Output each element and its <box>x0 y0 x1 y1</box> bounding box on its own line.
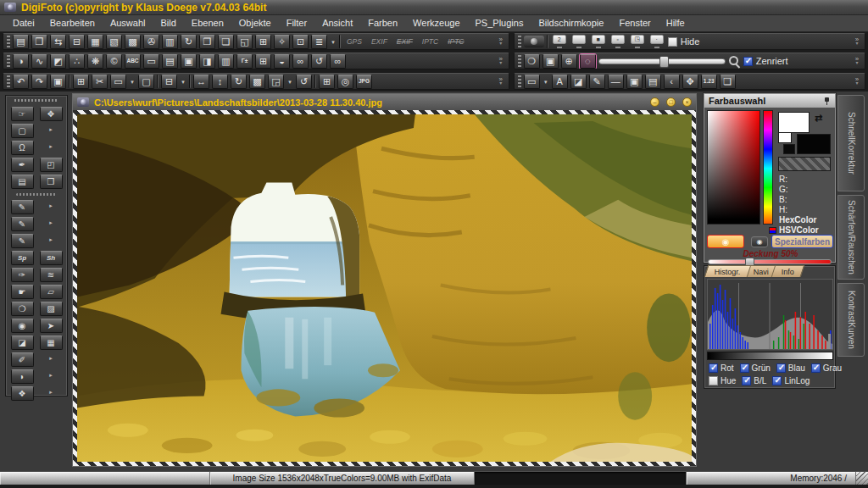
frame-select-icon[interactable]: ▣ <box>542 54 559 69</box>
centered-checkbox-item[interactable]: Zenriert <box>743 56 788 66</box>
toolbar-grip[interactable] <box>7 75 10 87</box>
color-panel-header[interactable]: Farbauswahl <box>704 94 835 108</box>
mode-checkbox[interactable]: LinLog <box>772 376 810 385</box>
toolbar-grip[interactable] <box>518 55 521 67</box>
mode-checkbox[interactable]: B/L <box>742 376 766 385</box>
stereo-view-icon[interactable]: ∞ <box>330 54 346 69</box>
overflow-chevron-icon[interactable] <box>853 37 861 46</box>
hand-tool-icon[interactable]: ☞ <box>11 107 34 121</box>
text-style-icon[interactable]: A <box>552 75 568 89</box>
sponge-brush-icon[interactable]: Sp <box>11 251 34 265</box>
swap-colors-icon[interactable]: ⇄ <box>815 113 822 124</box>
paint-tool-icon[interactable]: ✎ <box>11 234 34 248</box>
pattern-fill-icon[interactable]: ▦ <box>40 336 63 350</box>
contact-sheet-icon[interactable]: ▩ <box>125 35 141 49</box>
dual-screen-view-icon[interactable]: 2 <box>551 35 568 49</box>
rotate-image-icon[interactable]: ↻ <box>181 35 197 49</box>
opacity-slider[interactable] <box>708 259 832 264</box>
copy-disk-icon[interactable]: ⊞ <box>255 35 271 49</box>
paste-arrow-icon[interactable]: ▾ <box>180 75 186 89</box>
overflow-chevron-icon[interactable] <box>853 57 861 65</box>
film-object-icon[interactable]: ▤ <box>645 75 661 89</box>
cassette-icon[interactable]: ▭ <box>143 54 159 69</box>
eye-toggle-button[interactable]: ◉ <box>751 236 768 247</box>
angle-icon[interactable]: ‹ <box>664 75 680 89</box>
figures-options-arrow[interactable]: ▸ <box>46 386 56 396</box>
brush-options-arrow[interactable]: ▸ <box>46 200 56 210</box>
toolbar-grip[interactable] <box>7 36 10 47</box>
zoom-area-icon[interactable]: ◌ <box>580 54 596 69</box>
menu-item[interactable]: Farben <box>360 15 405 31</box>
sharpen-brush-icon[interactable]: Sh <box>40 251 63 265</box>
marquee-options-arrow[interactable]: ▸ <box>46 124 56 134</box>
screen-capture-icon[interactable]: ◱ <box>236 35 253 49</box>
photo-canvas[interactable] <box>77 114 692 462</box>
page-screen-view-icon[interactable]: ◳ <box>629 35 646 49</box>
copyright-stamp-icon[interactable]: © <box>106 54 122 69</box>
background-color-swatch[interactable] <box>797 134 831 154</box>
resize-grip[interactable] <box>856 472 868 485</box>
zoom-in-icon[interactable]: ⊕ <box>561 54 577 69</box>
invert-image-icon[interactable]: ▩ <box>249 75 265 89</box>
clone-stamp-icon[interactable]: ❍ <box>11 302 34 316</box>
line-icon[interactable]: ― <box>608 75 624 89</box>
menu-item[interactable]: Werkzeuge <box>405 15 467 31</box>
zoom-slider[interactable] <box>598 58 726 64</box>
emboss-tool-icon[interactable]: ◉ <box>11 319 34 333</box>
shadow-tool-icon[interactable]: ◗ <box>11 369 34 384</box>
menu-item[interactable]: PS_Plugins <box>468 15 531 31</box>
lasso-options-arrow[interactable]: ▸ <box>46 141 56 151</box>
curves-icon[interactable]: ∿ <box>31 54 47 69</box>
redo-icon[interactable]: ↷ <box>31 75 47 89</box>
export-folder-icon[interactable]: ❏ <box>720 75 736 89</box>
hide-checkbox-item[interactable]: Hide <box>668 36 700 47</box>
circle-dim-icon[interactable]: ◎ <box>337 75 353 89</box>
smudge-tool-icon[interactable]: ☛ <box>11 285 34 299</box>
overflow-chevron-icon[interactable] <box>497 57 505 65</box>
shape-arrow-icon[interactable]: ▾ <box>542 75 549 89</box>
rounded-rect-icon[interactable]: ▢ <box>138 75 154 89</box>
sharpen-filter-icon[interactable]: ❋ <box>87 54 103 69</box>
metadata-button[interactable]: IPTC <box>444 37 467 46</box>
fill-pen-icon[interactable]: ◪ <box>570 75 587 89</box>
menu-item[interactable]: Fenster <box>611 15 658 31</box>
red-eye-icon[interactable]: ∞ <box>292 54 309 69</box>
metadata-button[interactable]: IPTC <box>419 37 442 46</box>
histogram-tab[interactable]: Histogr. <box>704 265 751 277</box>
resize-arrow-icon[interactable]: ▾ <box>287 75 293 89</box>
menu-item[interactable]: Ebenen <box>184 15 231 31</box>
toolbar-grip[interactable] <box>518 36 521 47</box>
duplicate-icon[interactable]: ⊞ <box>319 75 335 89</box>
marquee-tool-icon[interactable]: ▢ <box>11 124 34 138</box>
brightness-contrast-icon[interactable]: ⊞ <box>255 54 271 69</box>
airbrush-options-arrow[interactable]: ▸ <box>46 217 56 227</box>
eraser-tool-icon[interactable]: ▱ <box>40 285 63 299</box>
menu-item[interactable]: Bearbeiten <box>42 15 103 31</box>
pen-tool-icon[interactable]: ✒ <box>11 158 34 172</box>
filmstrip-icon[interactable]: ▥ <box>162 35 178 49</box>
white-screen-view-icon[interactable]: ■ <box>590 35 607 49</box>
open-tool-icon[interactable]: ❒ <box>40 175 63 189</box>
rect-select-icon[interactable]: ▭ <box>110 75 126 89</box>
transparency-swatch[interactable] <box>778 157 831 171</box>
foreground-color-swatch[interactable] <box>778 112 810 133</box>
crop-tool-icon[interactable]: ◰ <box>40 158 63 172</box>
spray-can-icon[interactable]: ≋ <box>40 268 63 282</box>
select-all-icon[interactable]: ▣ <box>50 75 66 89</box>
copy-icon[interactable]: ⊞ <box>73 75 89 89</box>
channel-checkbox[interactable]: Rot <box>709 363 734 373</box>
menu-item[interactable]: Datei <box>5 15 42 31</box>
maximize-button[interactable]: □ <box>666 97 676 107</box>
channel-checkbox[interactable]: Blau <box>776 363 805 373</box>
shape-rect-icon[interactable]: ▭ <box>524 75 540 89</box>
menu-item[interactable]: Bild <box>153 15 183 31</box>
flip-horizontal-icon[interactable]: ↔ <box>193 75 209 89</box>
separator[interactable] <box>189 75 191 88</box>
print-icon[interactable]: ≣ <box>311 35 327 49</box>
menu-item[interactable]: Auswahl <box>103 15 153 31</box>
zoom-slider-thumb[interactable] <box>659 56 669 68</box>
paste-new-icon[interactable]: ⊟ <box>69 35 85 49</box>
frame-icon[interactable]: ▣ <box>181 54 197 69</box>
centered-checkbox[interactable] <box>743 57 753 66</box>
metadata-button[interactable]: EXIF <box>393 37 416 46</box>
